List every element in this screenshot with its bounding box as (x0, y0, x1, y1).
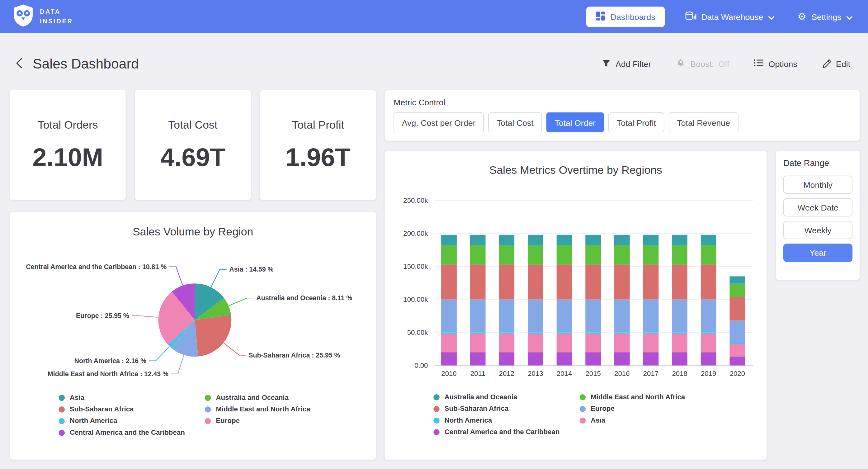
nav-dashboards[interactable]: Dashboards (586, 6, 665, 27)
bar-segment-north-america-2011[interactable] (470, 332, 486, 334)
bar-segment-north-america-2017[interactable] (643, 332, 659, 334)
bar-segment-middle-east-and-north-africa-2020[interactable] (730, 284, 745, 297)
bar-segment-middle-east-and-north-africa-2012[interactable] (499, 245, 514, 265)
bar-segment-europe-2019[interactable] (701, 300, 716, 332)
nav-data-warehouse[interactable]: Data Warehouse (681, 10, 777, 23)
bar-segment-middle-east-and-north-africa-2017[interactable] (643, 245, 659, 265)
bar-segment-europe-2018[interactable] (672, 300, 687, 332)
bar-segment-asia-2010[interactable] (441, 334, 457, 352)
bar-segment-asia-2015[interactable] (585, 334, 601, 352)
bar-segment-sub-saharan-africa-2019[interactable] (701, 264, 716, 299)
date-range-option-monthly[interactable]: Monthly (783, 176, 852, 194)
legend-item-middle-east-and-north-africa[interactable]: Middle East and North Africa (580, 393, 685, 401)
metric-option-total-revenue[interactable]: Total Revenue (669, 112, 739, 133)
bar-segment-middle-east-and-north-africa-2014[interactable] (557, 245, 572, 265)
legend-item-middle-east-and-north-africa[interactable]: Middle East and North Africa (205, 406, 310, 413)
bar-segment-europe-2015[interactable] (585, 300, 601, 332)
bar-segment-australia-and-oceania-2013[interactable] (528, 235, 543, 245)
bar-segment-asia-2018[interactable] (672, 334, 687, 352)
bar-segment-north-america-2013[interactable] (528, 332, 543, 334)
pie-slice-sub-saharan-africa[interactable] (195, 315, 231, 357)
bar-segment-sub-saharan-africa-2014[interactable] (557, 264, 572, 299)
bar-segment-asia-2017[interactable] (643, 334, 659, 352)
back-button[interactable] (14, 56, 24, 71)
bar-segment-australia-and-oceania-2019[interactable] (701, 235, 716, 245)
bar-segment-sub-saharan-africa-2013[interactable] (528, 264, 543, 299)
metric-option-total-cost[interactable]: Total Cost (488, 112, 542, 133)
bar-segment-europe-2013[interactable] (528, 300, 543, 332)
bar-segment-north-america-2014[interactable] (557, 332, 572, 334)
bar-segment-australia-and-oceania-2015[interactable] (585, 235, 601, 245)
bar-segment-middle-east-and-north-africa-2019[interactable] (701, 245, 716, 265)
bar-segment-asia-2011[interactable] (470, 334, 486, 352)
bar-segment-central-america-and-the-caribbean-2017[interactable] (643, 352, 659, 365)
bar-segment-europe-2012[interactable] (499, 300, 514, 332)
bar-segment-north-america-2016[interactable] (614, 332, 630, 334)
bar-segment-north-america-2010[interactable] (441, 332, 457, 334)
bar-segment-sub-saharan-africa-2017[interactable] (643, 264, 659, 299)
bar-segment-central-america-and-the-caribbean-2020[interactable] (730, 357, 745, 365)
nav-settings[interactable]: ⚙ Settings (794, 11, 856, 23)
legend-item-australia-and-oceania[interactable]: Australia and Oceania (205, 393, 310, 402)
options-button[interactable]: Options (750, 58, 801, 69)
bar-segment-asia-2012[interactable] (499, 334, 514, 352)
bar-segment-central-america-and-the-caribbean-2019[interactable] (701, 352, 716, 365)
legend-item-europe[interactable]: Europe (580, 405, 685, 413)
bar-segment-sub-saharan-africa-2011[interactable] (470, 264, 486, 299)
bar-segment-australia-and-oceania-2018[interactable] (672, 235, 687, 245)
legend-item-sub-saharan-africa[interactable]: Sub-Saharan Africa (433, 405, 579, 413)
bar-segment-sub-saharan-africa-2020[interactable] (730, 297, 745, 320)
legend-item-central-america-and-the-caribbean[interactable]: Central America and the Caribbean (433, 428, 579, 436)
bar-segment-europe-2020[interactable] (730, 320, 745, 343)
bar-segment-central-america-and-the-caribbean-2012[interactable] (499, 352, 514, 365)
bar-segment-australia-and-oceania-2017[interactable] (643, 235, 659, 245)
date-range-option-week-date[interactable]: Week Date (783, 198, 852, 217)
bar-segment-sub-saharan-africa-2010[interactable] (441, 264, 457, 299)
bar-segment-australia-and-oceania-2011[interactable] (470, 235, 486, 245)
bar-segment-central-america-and-the-caribbean-2018[interactable] (672, 352, 687, 365)
date-range-option-year[interactable]: Year (783, 243, 852, 262)
bar-segment-europe-2010[interactable] (441, 300, 457, 332)
bar-segment-asia-2013[interactable] (528, 334, 543, 352)
bar-segment-asia-2014[interactable] (557, 334, 572, 352)
bar-segment-asia-2016[interactable] (614, 334, 630, 352)
bar-segment-australia-and-oceania-2016[interactable] (614, 235, 630, 245)
bar-segment-australia-and-oceania-2014[interactable] (557, 235, 572, 245)
boost-button[interactable]: Boost: Off (672, 57, 733, 70)
bar-segment-sub-saharan-africa-2016[interactable] (614, 264, 630, 299)
bar-segment-sub-saharan-africa-2012[interactable] (499, 264, 514, 299)
legend-item-central-america-and-the-caribbean[interactable]: Central America and the Caribbean (59, 429, 205, 436)
bar-segment-central-america-and-the-caribbean-2010[interactable] (441, 352, 457, 365)
bar-segment-central-america-and-the-caribbean-2013[interactable] (528, 352, 543, 365)
bar-segment-australia-and-oceania-2012[interactable] (499, 235, 514, 245)
bar-segment-north-america-2012[interactable] (499, 332, 514, 334)
bar-segment-europe-2017[interactable] (643, 300, 659, 332)
metric-option-total-order[interactable]: Total Order (547, 112, 604, 133)
bar-segment-middle-east-and-north-africa-2011[interactable] (470, 245, 486, 265)
legend-item-asia[interactable]: Asia (59, 393, 205, 402)
bar-segment-central-america-and-the-caribbean-2011[interactable] (470, 352, 486, 365)
metric-option-total-profit[interactable]: Total Profit (608, 112, 664, 133)
legend-item-europe[interactable]: Europe (205, 417, 310, 425)
bar-segment-europe-2014[interactable] (557, 300, 572, 332)
bar-segment-middle-east-and-north-africa-2015[interactable] (585, 245, 601, 265)
legend-item-australia-and-oceania[interactable]: Australia and Oceania (433, 393, 579, 401)
legend-item-north-america[interactable]: North America (433, 416, 579, 424)
bar-segment-central-america-and-the-caribbean-2016[interactable] (614, 352, 630, 365)
bar-segment-australia-and-oceania-2020[interactable] (730, 276, 745, 284)
bar-segment-asia-2019[interactable] (701, 334, 716, 352)
add-filter-button[interactable]: Add Filter (598, 57, 654, 70)
bar-segment-north-america-2018[interactable] (672, 332, 687, 334)
legend-item-north-america[interactable]: North America (59, 417, 205, 425)
bar-segment-central-america-and-the-caribbean-2014[interactable] (557, 352, 572, 365)
date-range-option-weekly[interactable]: Weekly (783, 221, 852, 239)
legend-item-sub-saharan-africa[interactable]: Sub-Saharan Africa (59, 406, 205, 413)
bar-segment-north-america-2019[interactable] (701, 332, 716, 334)
bar-segment-central-america-and-the-caribbean-2015[interactable] (585, 352, 601, 365)
bar-segment-europe-2011[interactable] (470, 300, 486, 332)
legend-item-asia[interactable]: Asia (580, 416, 685, 424)
bar-segment-asia-2020[interactable] (730, 344, 745, 357)
bar-segment-middle-east-and-north-africa-2013[interactable] (528, 245, 543, 265)
bar-segment-middle-east-and-north-africa-2010[interactable] (441, 245, 457, 265)
bar-segment-sub-saharan-africa-2018[interactable] (672, 264, 687, 299)
